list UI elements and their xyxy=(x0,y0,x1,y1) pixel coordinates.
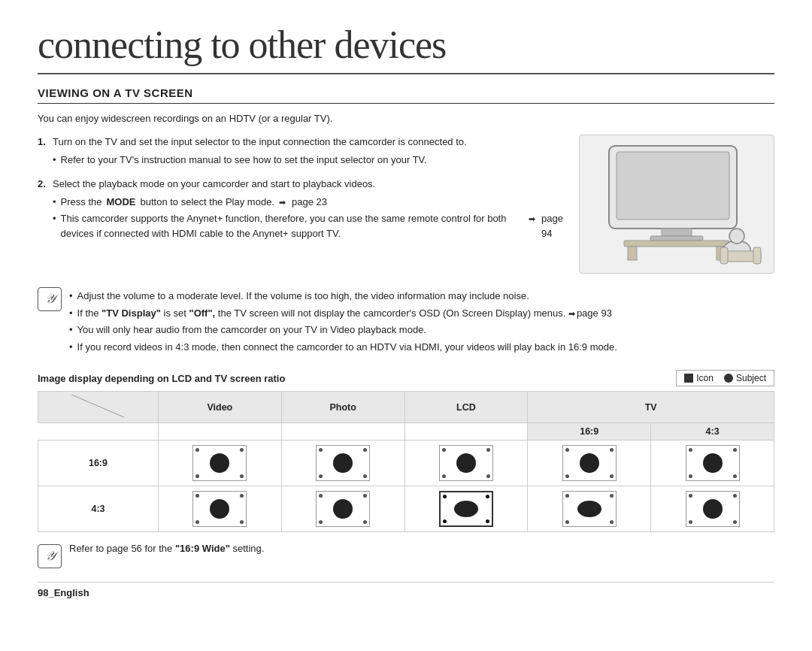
page-number: 98_English xyxy=(38,582,774,598)
svg-rect-10 xyxy=(720,247,728,264)
table-header-row: Image display depending on LCD and TV sc… xyxy=(38,370,774,386)
table-row-4-3: 4:3 xyxy=(38,486,774,532)
step-1-bullets: Refer to your TV's instruction manual to… xyxy=(53,153,467,168)
step-2-bullets: Press the MODE button to select the Play… xyxy=(53,195,564,241)
subject-circle xyxy=(724,374,733,383)
step-2-text: Select the playback mode on your camcord… xyxy=(53,178,375,189)
svg-rect-11 xyxy=(753,247,761,264)
footer-note: 𝒴 Refer to page 56 for the "16:9 Wide" s… xyxy=(38,543,774,568)
col-header-lcd: LCD xyxy=(404,392,528,423)
page-title: connecting to other devices xyxy=(38,23,774,74)
footer-note-icon: 𝒴 xyxy=(38,544,62,568)
step-2-bullet-1: Press the MODE button to select the Play… xyxy=(53,195,564,210)
row-label-4-3: 4:3 xyxy=(38,486,159,532)
cell-photo-4-3 xyxy=(281,486,404,532)
cell-photo-16-9 xyxy=(281,441,404,486)
svg-rect-1 xyxy=(617,152,729,220)
footer-note-text: Refer to page 56 for the "16:9 Wide" set… xyxy=(69,543,264,554)
icon-square xyxy=(684,374,693,383)
row-label-16-9: 16:9 xyxy=(38,441,159,486)
note-3: You will only hear audio from the camcor… xyxy=(69,322,774,338)
step-1-text: Turn on the TV and set the input selecto… xyxy=(53,136,467,147)
note-box: 𝒴 Adjust the volume to a moderate level.… xyxy=(38,286,774,356)
cell-lcd-4-3 xyxy=(404,486,528,532)
svg-rect-4 xyxy=(624,241,729,247)
col-header-tv: TV xyxy=(528,392,774,423)
col-header-photo: Photo xyxy=(281,392,404,423)
text-column: 1. Turn on the TV and set the input sele… xyxy=(38,135,564,274)
step-1: 1. Turn on the TV and set the input sele… xyxy=(38,135,564,169)
step-1-num: 1. xyxy=(38,135,48,169)
notes-list: Adjust the volume to a moderate level. I… xyxy=(69,289,774,354)
legend-subject-item: Subject xyxy=(724,373,766,383)
col-header-video: Video xyxy=(158,392,281,423)
tv-illustration xyxy=(579,135,774,274)
cell-lcd-16-9 xyxy=(404,441,528,486)
intro-text: You can enjoy widescreen recordings on a… xyxy=(38,113,774,124)
step-2-bullet-2: This camcorder supports the Anynet+ func… xyxy=(53,211,564,241)
legend: Icon Subject xyxy=(676,370,774,386)
legend-icon-item: Icon xyxy=(684,373,714,383)
col-sub-tv-16-9: 16:9 xyxy=(528,423,651,441)
image-column xyxy=(579,135,774,274)
step-1-bullet-1: Refer to your TV's instruction manual to… xyxy=(53,153,467,168)
svg-rect-3 xyxy=(650,236,703,241)
display-table: Video Photo LCD TV 16:9 4:3 16:9 xyxy=(38,391,774,532)
col-sub-tv-4-3: 4:3 xyxy=(651,423,774,441)
svg-line-12 xyxy=(71,395,124,417)
steps-list: 1. Turn on the TV and set the input sele… xyxy=(38,135,564,243)
empty-sub xyxy=(38,423,159,441)
main-content: 1. Turn on the TV and set the input sele… xyxy=(38,135,774,274)
cell-video-16-9 xyxy=(158,441,281,486)
cell-tv-16-9-4-3 xyxy=(528,486,651,532)
svg-point-8 xyxy=(729,229,744,244)
corner-cell xyxy=(38,392,159,423)
note-2: If the "TV Display" is set "Off", the TV… xyxy=(69,306,774,321)
cell-tv-4-3-16-9 xyxy=(651,441,774,486)
legend-subject-label: Subject xyxy=(736,373,766,383)
col-sub-lcd xyxy=(404,423,528,441)
table-section: Image display depending on LCD and TV sc… xyxy=(38,370,774,532)
svg-rect-5 xyxy=(628,247,637,260)
tv-svg xyxy=(586,138,767,270)
note-1: Adjust the volume to a moderate level. I… xyxy=(69,289,774,304)
svg-rect-2 xyxy=(662,229,692,236)
col-sub-photo xyxy=(281,423,404,441)
note-4: If you record videos in 4:3 mode, then c… xyxy=(69,340,774,355)
legend-icon-label: Icon xyxy=(696,373,714,383)
cell-video-4-3 xyxy=(158,486,281,532)
note-content: Adjust the volume to a moderate level. I… xyxy=(69,286,774,356)
note-icon: 𝒴 xyxy=(38,287,62,311)
cell-tv-4-3-4-3 xyxy=(651,486,774,532)
step-2-num: 2. xyxy=(38,177,48,243)
col-sub-video xyxy=(158,423,281,441)
cell-tv-16-9-16-9 xyxy=(528,441,651,486)
diagonal-svg xyxy=(71,395,124,417)
section-title: VIEWING ON A TV SCREEN xyxy=(38,86,774,104)
table-section-title: Image display depending on LCD and TV sc… xyxy=(38,373,285,384)
table-row-16-9: 16:9 xyxy=(38,441,774,486)
step-2: 2. Select the playback mode on your camc… xyxy=(38,177,564,243)
